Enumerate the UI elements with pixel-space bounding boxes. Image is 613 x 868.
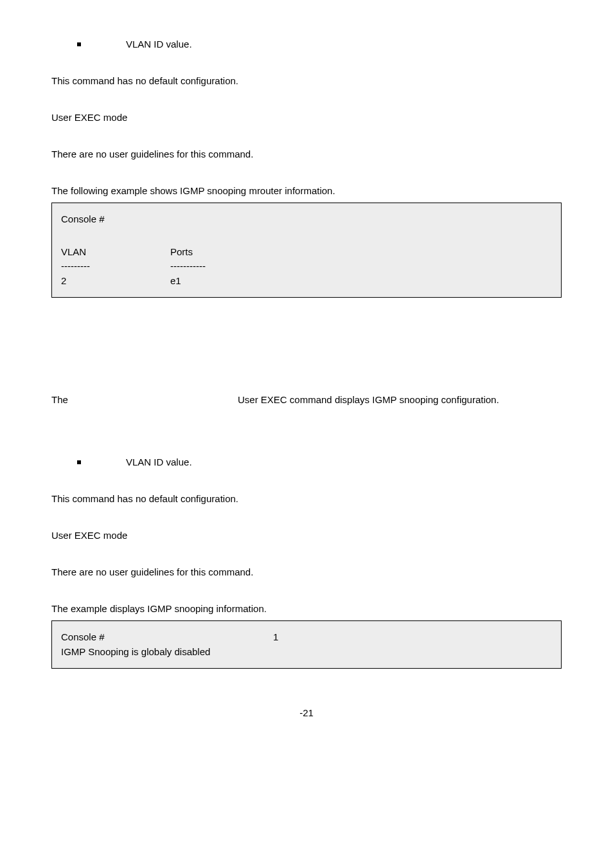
console-prompt: Console # bbox=[61, 630, 273, 645]
bullet-item-1: VLAN ID value. bbox=[77, 39, 562, 50]
col-val-a: 2 bbox=[61, 274, 151, 289]
sentence-the: The bbox=[51, 394, 238, 405]
col-header-ports: Ports bbox=[151, 245, 260, 260]
console-value: 1 bbox=[273, 630, 278, 645]
paragraph-default-config-2: This command has no default configuratio… bbox=[51, 493, 562, 504]
paragraph-mode-1: User EXEC mode bbox=[51, 112, 562, 123]
col-header-vlan: VLAN bbox=[61, 245, 151, 260]
col-val-b: e1 bbox=[151, 274, 260, 289]
page-number: -21 bbox=[51, 707, 562, 718]
bullet-item-2: VLAN ID value. bbox=[77, 457, 562, 467]
code-block-1: Console # VLAN Ports --------- ---------… bbox=[51, 203, 562, 298]
bullet-text: VLAN ID value. bbox=[126, 457, 192, 467]
bullet-icon bbox=[77, 42, 81, 46]
paragraph-guidelines-1: There are no user guidelines for this co… bbox=[51, 149, 562, 159]
description-sentence: The User EXEC command displays IGMP snoo… bbox=[51, 394, 562, 405]
paragraph-example-intro-1: The following example shows IGMP snoopin… bbox=[51, 185, 562, 196]
paragraph-guidelines-2: There are no user guidelines for this co… bbox=[51, 566, 562, 577]
code-block-2: Console # 1 IGMP Snooping is globaly dis… bbox=[51, 620, 562, 669]
bullet-icon bbox=[77, 460, 81, 464]
code-data-row: 2 e1 bbox=[61, 274, 552, 289]
paragraph-example-intro-2: The example displays IGMP snooping infor… bbox=[51, 603, 562, 614]
paragraph-mode-2: User EXEC mode bbox=[51, 530, 562, 541]
code-line-1: Console # 1 bbox=[61, 630, 552, 645]
col-dash-a: --------- bbox=[61, 259, 151, 274]
paragraph-default-config-1: This command has no default configuratio… bbox=[51, 75, 562, 86]
code-header-row: VLAN Ports bbox=[61, 245, 552, 260]
col-dash-b: ----------- bbox=[151, 259, 260, 274]
sentence-rest: User EXEC command displays IGMP snooping… bbox=[238, 394, 499, 405]
code-line: Console # bbox=[61, 212, 552, 227]
code-divider-row: --------- ----------- bbox=[61, 259, 552, 274]
bullet-text: VLAN ID value. bbox=[126, 39, 192, 50]
code-line-2: IGMP Snooping is globaly disabled bbox=[61, 645, 552, 660]
